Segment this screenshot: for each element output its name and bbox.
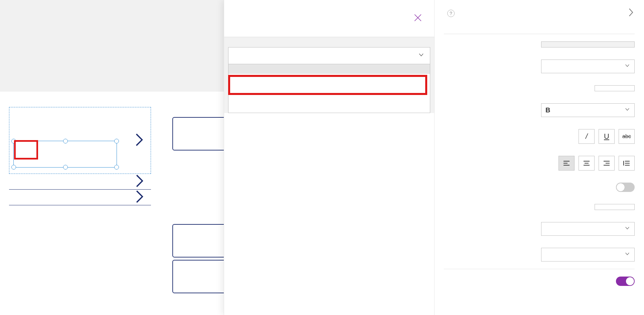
chevron-down-icon [624, 106, 630, 114]
chevron-right-icon[interactable] [135, 174, 145, 190]
chevron-right-icon[interactable] [628, 7, 635, 19]
dropdown-option[interactable] [228, 103, 430, 113]
lineheight-input[interactable] [595, 204, 635, 210]
close-icon[interactable] [414, 13, 422, 23]
dropdown-option[interactable] [228, 64, 430, 74]
fontsize-input[interactable] [595, 85, 635, 91]
dropdown-option[interactable] [228, 84, 430, 93]
autoheight-toggle[interactable] [616, 183, 635, 192]
dropdown-option[interactable] [228, 93, 430, 103]
strikethrough-button[interactable]: abc [619, 129, 635, 144]
selection-frame [13, 141, 117, 168]
displaymode-select[interactable] [541, 248, 635, 261]
gallery-list [9, 107, 151, 205]
chevron-down-icon [624, 251, 630, 258]
canvas-ribbon [0, 0, 224, 92]
chevron-down-icon [624, 63, 630, 70]
list-item[interactable] [9, 107, 151, 174]
overflow-select[interactable] [541, 222, 635, 236]
underline-button[interactable]: U [599, 129, 615, 144]
data-field-combo[interactable] [228, 47, 430, 64]
data-panel [224, 0, 434, 315]
italic-button[interactable]: / [579, 129, 595, 144]
chevron-right-icon[interactable] [135, 189, 145, 205]
chevron-right-icon[interactable] [135, 132, 145, 148]
properties-tabs [444, 29, 635, 34]
properties-panel: ? [434, 0, 644, 315]
help-icon[interactable]: ? [447, 10, 455, 17]
chevron-down-icon [624, 225, 630, 233]
data-body-label [228, 41, 430, 47]
list-item[interactable] [9, 190, 151, 205]
align-justify-button[interactable] [619, 156, 635, 171]
dropdown-option[interactable] [228, 74, 430, 84]
data-field-dropdown [228, 64, 430, 113]
list-item[interactable] [9, 174, 151, 190]
align-left-button[interactable] [558, 156, 575, 171]
text-value-input[interactable] [541, 41, 635, 47]
align-right-button[interactable] [599, 156, 615, 171]
fontweight-select[interactable]: B [541, 103, 635, 117]
font-select[interactable] [541, 60, 635, 73]
visible-toggle[interactable] [616, 277, 635, 286]
align-center-button[interactable] [579, 156, 595, 171]
chevron-down-icon [418, 51, 425, 60]
